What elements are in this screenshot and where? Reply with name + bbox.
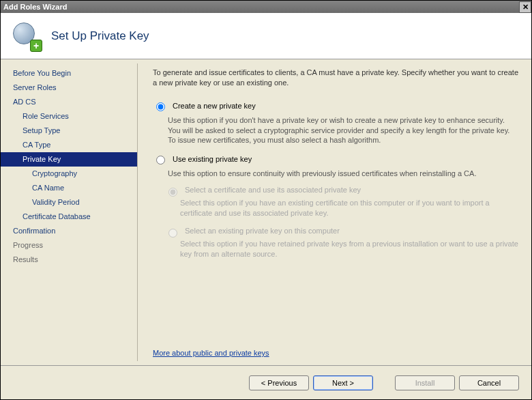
install-button[interactable]: Install	[395, 375, 455, 390]
sidebar-step[interactable]: Confirmation	[1, 224, 137, 238]
sidebar-step[interactable]: Setup Type	[1, 124, 137, 138]
option-create-new-key[interactable]: Create a new private key	[150, 102, 519, 111]
intro-text: To generate and issue certificates to cl…	[150, 68, 519, 88]
radio-select-certificate	[168, 188, 177, 197]
sidebar-step[interactable]: Certificate Database	[1, 210, 137, 224]
option-desc: Use this option to ensure continuity wit…	[168, 169, 519, 179]
content-pane: To generate and issue certificates to cl…	[138, 59, 531, 365]
suboption-desc: Select this option if you have retained …	[180, 239, 519, 259]
sidebar-step[interactable]: Progress	[1, 238, 137, 253]
sidebar-step[interactable]: Private Key	[1, 152, 137, 167]
radio-create-new-key[interactable]	[156, 102, 165, 111]
radio-select-existing-key	[168, 229, 177, 238]
suboption-label: Select a certificate and use its associa…	[185, 186, 361, 197]
radio-use-existing-key[interactable]	[156, 156, 165, 165]
sidebar-step[interactable]: CA Name	[1, 181, 137, 195]
previous-button[interactable]: < Previous	[249, 375, 309, 390]
sidebar-step[interactable]: Before You Begin	[1, 66, 137, 81]
title-bar: Add Roles Wizard ✕	[1, 1, 531, 13]
suboption-desc: Select this option if you have an existi…	[180, 198, 519, 218]
wizard-footer: < Previous Next > Install Cancel	[1, 365, 531, 399]
close-button[interactable]: ✕	[519, 1, 531, 13]
cancel-button[interactable]: Cancel	[459, 375, 519, 390]
sidebar-step[interactable]: CA Type	[1, 138, 137, 152]
more-info-link[interactable]: More about public and private keys	[150, 349, 269, 357]
window-title: Add Roles Wizard	[3, 3, 67, 11]
wizard-steps-sidebar: Before You BeginServer RolesAD CSRole Se…	[1, 59, 137, 365]
sidebar-step[interactable]: Results	[1, 253, 137, 267]
sidebar-step[interactable]: AD CS	[1, 95, 137, 109]
page-title: Set Up Private Key	[51, 29, 149, 43]
next-button[interactable]: Next >	[313, 375, 373, 390]
suboption-select-existing-key: Select an existing private key on this c…	[165, 227, 519, 238]
wizard-header: + Set Up Private Key	[1, 13, 531, 59]
suboption-select-certificate: Select a certificate and use its associa…	[165, 186, 519, 197]
option-label: Create a new private key	[173, 102, 256, 111]
option-desc: Use this option if you don't have a priv…	[168, 115, 519, 146]
sidebar-step[interactable]: Validity Period	[1, 195, 137, 210]
wizard-body: Before You BeginServer RolesAD CSRole Se…	[1, 59, 531, 365]
wizard-icon: +	[13, 23, 40, 50]
plus-icon: +	[30, 40, 42, 52]
sidebar-step[interactable]: Cryptography	[1, 167, 137, 181]
close-icon: ✕	[522, 3, 529, 12]
option-use-existing-key[interactable]: Use existing private key	[150, 155, 519, 165]
sidebar-step[interactable]: Server Roles	[1, 81, 137, 95]
option-label: Use existing private key	[173, 155, 252, 165]
suboption-label: Select an existing private key on this c…	[185, 227, 340, 238]
sidebar-step[interactable]: Role Services	[1, 109, 137, 124]
